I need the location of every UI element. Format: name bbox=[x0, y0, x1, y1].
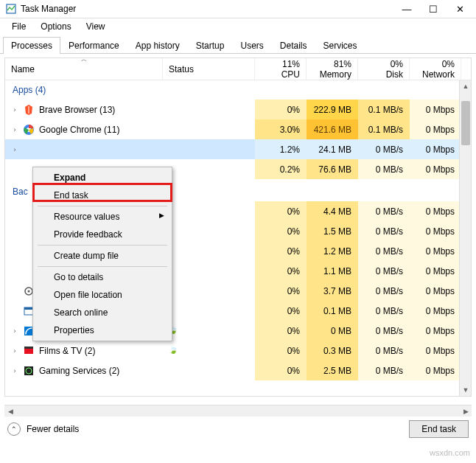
cell-cpu: 0% bbox=[255, 241, 307, 261]
cell-network: 0 Mbps bbox=[410, 201, 461, 221]
expand-toggle-icon[interactable]: › bbox=[11, 146, 18, 153]
cell-status bbox=[163, 159, 255, 179]
cell-cpu: 3.0% bbox=[255, 119, 307, 139]
cell-network: 0 Mbps bbox=[410, 361, 461, 380]
tab-startup[interactable]: Startup bbox=[188, 37, 233, 54]
tab-performance[interactable]: Performance bbox=[60, 37, 127, 54]
scroll-thumb[interactable] bbox=[461, 101, 470, 145]
cell-network: 0 Mbps bbox=[410, 281, 461, 301]
menu-file[interactable]: File bbox=[4, 20, 33, 33]
col-status[interactable]: Status bbox=[163, 58, 255, 80]
col-memory[interactable]: 81% Memory bbox=[307, 58, 358, 80]
cell-status bbox=[163, 301, 255, 321]
tabs: Processes Performance App history Startu… bbox=[0, 35, 476, 54]
expand-toggle-icon[interactable]: › bbox=[11, 347, 18, 355]
cell-memory: 1.1 MB bbox=[307, 261, 358, 281]
scrollbar-vertical[interactable]: ▲ ▼ bbox=[459, 80, 471, 396]
tab-services[interactable]: Services bbox=[315, 37, 365, 54]
cell-disk: 0.1 MB/s bbox=[358, 119, 410, 139]
cell-cpu: 0% bbox=[255, 341, 307, 361]
cell-memory: 76.6 MB bbox=[307, 159, 358, 179]
expand-toggle-icon[interactable]: › bbox=[11, 327, 18, 335]
table-row[interactable]: › 1.2% 24.1 MB 0 MB/s 0 Mbps bbox=[5, 139, 471, 159]
table-row[interactable]: › Gaming Services (2) 0% 2.5 MB 0 MB/s 0… bbox=[5, 361, 471, 380]
menubar: File Options View bbox=[0, 18, 476, 35]
ctx-end-task[interactable]: End task bbox=[35, 187, 170, 204]
col-mem-pct: 81% bbox=[334, 59, 351, 69]
col-cpu-label: CPU bbox=[281, 69, 300, 80]
ctx-open-file-location[interactable]: Open file location bbox=[35, 286, 170, 304]
col-network[interactable]: 0% Network bbox=[410, 58, 461, 80]
process-name: Films & TV (2) bbox=[39, 346, 95, 356]
scrollbar-horizontal[interactable]: ◀ ▶ bbox=[4, 405, 472, 417]
app-icon bbox=[6, 4, 16, 14]
tab-users[interactable]: Users bbox=[232, 37, 271, 54]
scroll-up-icon[interactable]: ▲ bbox=[460, 80, 472, 92]
ctx-go-details[interactable]: Go to details bbox=[35, 268, 170, 286]
col-net-label: Network bbox=[422, 69, 455, 80]
col-disk-label: Disk bbox=[386, 69, 403, 80]
cell-memory: 0.3 MB bbox=[307, 341, 358, 361]
cell-cpu: 0% bbox=[255, 301, 307, 321]
ctx-resource-values[interactable]: Resource values ▶ bbox=[35, 208, 170, 226]
cell-network: 0 Mbps bbox=[410, 139, 461, 159]
expand-toggle-icon[interactable]: › bbox=[11, 106, 18, 114]
tab-app-history[interactable]: App history bbox=[127, 37, 188, 54]
cell-status bbox=[163, 119, 255, 139]
ctx-search-online[interactable]: Search online bbox=[35, 304, 170, 321]
cell-name: › Gaming Services (2) bbox=[5, 361, 163, 380]
ctx-separator bbox=[38, 245, 167, 246]
fewer-details-toggle[interactable]: ⌃ Fewer details bbox=[7, 422, 79, 436]
col-cpu[interactable]: 11% CPU bbox=[255, 58, 307, 80]
expand-toggle-icon[interactable]: › bbox=[11, 367, 18, 375]
context-menu: Expand End task Resource values ▶ Provid… bbox=[32, 167, 172, 341]
maximize-button[interactable]: ☐ bbox=[420, 0, 447, 18]
ctx-properties[interactable]: Properties bbox=[35, 321, 170, 339]
svg-rect-8 bbox=[24, 348, 33, 354]
ctx-resource-values-label: Resource values bbox=[54, 212, 119, 222]
cell-cpu: 0% bbox=[255, 281, 307, 301]
table-row[interactable]: › Films & TV (2) 🍃 0% 0.3 MB 0 MB/s 0 Mb… bbox=[5, 341, 471, 361]
cell-status bbox=[163, 261, 255, 281]
cell-memory: 3.7 MB bbox=[307, 281, 358, 301]
cell-disk: 0 MB/s bbox=[358, 159, 410, 179]
col-name-label: Name bbox=[11, 64, 156, 74]
minimize-button[interactable]: — bbox=[393, 0, 420, 18]
ctx-expand-label: Expand bbox=[54, 173, 85, 183]
cell-status bbox=[163, 201, 255, 221]
cell-disk: 0 MB/s bbox=[358, 341, 410, 361]
cell-cpu: 0% bbox=[255, 361, 307, 380]
table-row[interactable]: › Brave Browser (13) 0% 222.9 MB 0.1 MB/… bbox=[5, 100, 471, 119]
cell-cpu: 1.2% bbox=[255, 139, 307, 159]
cell-status bbox=[163, 241, 255, 261]
col-name[interactable]: ︿ Name bbox=[5, 58, 163, 80]
process-name: Google Chrome (11) bbox=[39, 125, 119, 135]
col-disk[interactable]: 0% Disk bbox=[358, 58, 410, 80]
cell-status bbox=[163, 100, 255, 119]
process-icon bbox=[23, 104, 35, 116]
ctx-provide-feedback[interactable]: Provide feedback bbox=[35, 226, 170, 243]
process-icon bbox=[23, 345, 35, 357]
tab-details[interactable]: Details bbox=[272, 37, 315, 54]
ctx-expand[interactable]: Expand bbox=[35, 169, 170, 187]
cell-disk: 0 MB/s bbox=[358, 301, 410, 321]
tab-processes[interactable]: Processes bbox=[3, 37, 60, 54]
table-row[interactable]: › Google Chrome (11) 3.0% 421.6 MB 0.1 M… bbox=[5, 119, 471, 139]
menu-view[interactable]: View bbox=[79, 20, 113, 33]
close-button[interactable]: ✕ bbox=[447, 0, 473, 18]
cell-status bbox=[163, 281, 255, 301]
cell-network: 0 Mbps bbox=[410, 100, 461, 119]
end-task-button[interactable]: End task bbox=[409, 420, 469, 438]
cell-memory: 0.1 MB bbox=[307, 301, 358, 321]
col-status-label: Status bbox=[169, 64, 248, 74]
cell-disk: 0 MB/s bbox=[358, 241, 410, 261]
menu-options[interactable]: Options bbox=[33, 20, 78, 33]
col-net-pct: 0% bbox=[442, 59, 455, 69]
scroll-down-icon[interactable]: ▼ bbox=[460, 384, 472, 396]
ctx-separator bbox=[38, 266, 167, 267]
expand-toggle-icon[interactable]: › bbox=[11, 126, 18, 133]
cell-name: › Brave Browser (13) bbox=[5, 100, 163, 119]
ctx-create-dump[interactable]: Create dump file bbox=[35, 247, 170, 265]
cell-cpu: 0% bbox=[255, 201, 307, 221]
cell-disk: 0 MB/s bbox=[358, 361, 410, 380]
